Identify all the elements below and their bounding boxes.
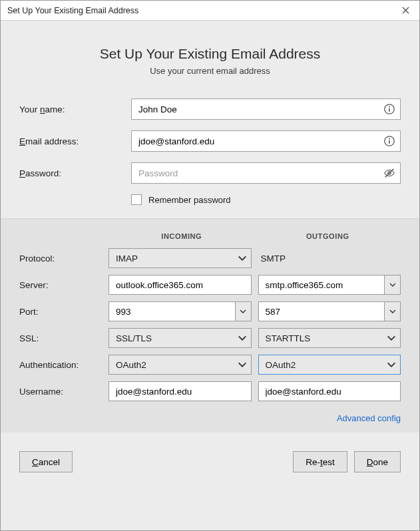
outgoing-auth-select[interactable]: OAuth2 — [258, 355, 401, 375]
outgoing-port-input[interactable] — [258, 301, 385, 321]
email-label: Email address: — [19, 136, 131, 146]
info-icon[interactable] — [383, 135, 395, 147]
auth-row: Authentication: OAuth2 OAuth2 — [19, 355, 401, 375]
incoming-head: INCOMING — [108, 232, 255, 240]
outgoing-server-input[interactable] — [258, 275, 385, 295]
chevron-down-icon — [239, 307, 247, 315]
port-label: Port: — [19, 307, 102, 317]
server-row: Server: — [19, 275, 401, 295]
advanced-config-row: Advanced config — [19, 408, 401, 423]
username-row: Username: — [19, 381, 401, 401]
email-setup-window: Set Up Your Existing Email Address Set U… — [0, 0, 420, 531]
close-icon — [402, 7, 409, 14]
remember-row: Remember password — [131, 194, 401, 205]
svg-point-1 — [389, 106, 390, 108]
name-row: Your name: — [19, 98, 401, 120]
outgoing-head: OUTGOING — [255, 232, 401, 240]
ssl-row: SSL: SSL/TLS STARTTLS — [19, 328, 401, 348]
cancel-button[interactable]: Cancel — [19, 451, 73, 472]
name-input[interactable] — [131, 98, 401, 120]
titlebar: Set Up Your Existing Email Address — [1, 1, 419, 21]
email-row: Email address: — [19, 130, 401, 152]
footer: Cancel Re-test Done — [1, 433, 419, 491]
advanced-config-link[interactable]: Advanced config — [337, 413, 401, 423]
name-label: Your name: — [19, 104, 131, 114]
password-input[interactable] — [131, 162, 401, 184]
incoming-server-input[interactable] — [108, 275, 252, 295]
outgoing-username-input[interactable] — [258, 381, 401, 401]
protocol-label: Protocol: — [19, 254, 102, 264]
password-row: Password: — [19, 162, 401, 184]
info-icon[interactable] — [383, 103, 395, 115]
auth-label: Authentication: — [19, 360, 102, 370]
server-columns-head: INCOMING OUTGOING — [19, 232, 401, 240]
done-button[interactable]: Done — [354, 451, 401, 472]
incoming-port-input[interactable] — [108, 301, 235, 321]
close-button[interactable] — [395, 3, 415, 19]
server-label: Server: — [19, 280, 102, 290]
incoming-auth-select[interactable]: OAuth2 — [108, 355, 252, 375]
ssl-label: SSL: — [19, 333, 102, 343]
outgoing-ssl-select[interactable]: STARTTLS — [258, 328, 401, 348]
retest-button[interactable]: Re-test — [293, 451, 347, 472]
username-label: Username: — [19, 387, 102, 397]
incoming-protocol-select[interactable]: IMAP — [108, 248, 252, 268]
protocol-row: Protocol: IMAP SMTP — [19, 248, 401, 268]
chevron-down-icon — [389, 281, 397, 289]
header-block: Set Up Your Existing Email Address Use y… — [1, 21, 419, 92]
identity-form: Your name: Email address: — [1, 92, 419, 218]
content-area: Set Up Your Existing Email Address Use y… — [1, 21, 419, 530]
server-section: INCOMING OUTGOING Protocol: IMAP SMTP Se… — [1, 218, 419, 433]
outgoing-server-dropdown[interactable] — [384, 275, 401, 295]
page-title: Set Up Your Existing Email Address — [17, 46, 403, 62]
page-subtitle: Use your current email address — [17, 66, 403, 76]
svg-rect-5 — [389, 140, 390, 144]
incoming-port-dropdown[interactable] — [235, 301, 252, 321]
incoming-username-input[interactable] — [108, 381, 252, 401]
outgoing-port-dropdown[interactable] — [384, 301, 401, 321]
chevron-down-icon — [389, 307, 397, 315]
email-input[interactable] — [131, 130, 401, 152]
window-title: Set Up Your Existing Email Address — [7, 6, 138, 15]
visibility-off-icon[interactable] — [383, 167, 395, 179]
outgoing-protocol-static: SMTP — [258, 248, 401, 268]
password-label: Password: — [19, 168, 131, 178]
remember-label: Remember password — [148, 195, 231, 205]
svg-rect-2 — [389, 108, 390, 112]
svg-point-4 — [389, 138, 390, 140]
remember-checkbox[interactable] — [131, 194, 142, 205]
incoming-ssl-select[interactable]: SSL/TLS — [108, 328, 252, 348]
port-row: Port: — [19, 301, 401, 321]
